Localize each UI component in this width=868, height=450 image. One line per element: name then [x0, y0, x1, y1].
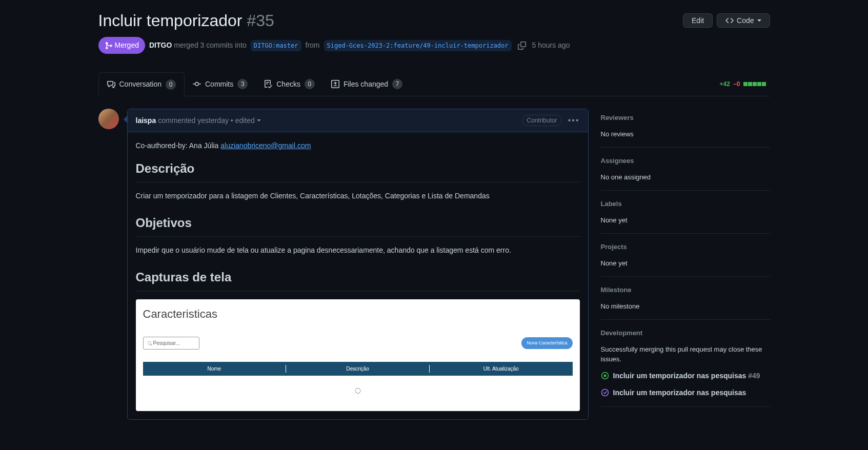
merge-icon [105, 42, 113, 50]
screenshot-search: Pesquisar... [143, 337, 199, 350]
tab-conversation-label: Conversation [119, 79, 162, 90]
pr-title: Incluir temporizador [98, 11, 243, 30]
merged-text: merged 3 commits into [174, 41, 247, 49]
tab-files-label: Files changed [344, 79, 388, 90]
screenshot-title: Caracteristicas [143, 305, 573, 322]
sidebar-projects-value: None yet [601, 258, 770, 269]
sidebar-assignees-title: Assignees [601, 156, 770, 166]
sidebar-assignees-value: No one assigned [601, 172, 770, 182]
merge-author[interactable]: DITGO [149, 41, 172, 49]
comment-discussion-icon [107, 80, 115, 89]
code-label: Code [737, 16, 754, 25]
copy-icon[interactable] [516, 42, 528, 50]
heading-screenshots: Capturas de tela [136, 268, 580, 291]
search-icon [148, 341, 152, 345]
linked-issue[interactable]: Incluir um temporizador nas pesquisas [601, 387, 770, 398]
sidebar-projects[interactable]: Projects None yet [601, 234, 770, 277]
edit-button[interactable]: Edit [683, 13, 713, 28]
tab-conversation[interactable]: Conversation 0 [98, 72, 185, 96]
sidebar-labels-title: Labels [601, 199, 770, 209]
diff-additions: +42 [719, 79, 730, 89]
pr-number: #35 [247, 11, 274, 30]
tab-files[interactable]: Files changed 7 [323, 72, 411, 96]
sidebar-development: Development Successfully merging this pu… [601, 320, 770, 407]
head-branch[interactable]: Siged-Gces-2023-2:feature/49-incluir-tem… [324, 40, 512, 51]
diff-bars [743, 82, 766, 86]
file-diff-icon [331, 80, 339, 88]
comment-box: laispa commented yesterday • edited Cont… [127, 109, 589, 420]
sidebar-milestone[interactable]: Milestone No milestone [601, 277, 770, 320]
svg-point-2 [601, 390, 608, 396]
diff-deletions: −0 [733, 79, 740, 89]
merge-time: 5 hours ago [532, 40, 570, 51]
chevron-down-icon [757, 18, 761, 23]
sidebar-development-desc: Successfully merging this pull request m… [601, 344, 770, 364]
spinner-icon: ◌ [143, 376, 573, 405]
sidebar-labels[interactable]: Labels None yet [601, 191, 770, 234]
screenshot-col-desc: Descrição [286, 365, 430, 373]
issue-closed-icon [601, 388, 609, 397]
comment-meta: commented yesterday • edited [158, 115, 255, 126]
state-label: Merged [115, 40, 139, 51]
tab-commits[interactable]: Commits 3 [185, 72, 256, 96]
edit-label: Edit [692, 16, 704, 25]
tab-files-count: 7 [392, 79, 402, 89]
screenshot-col-name: Nome [143, 365, 287, 373]
from-text: from [306, 40, 320, 51]
page-title: Incluir temporizador #35 [98, 8, 274, 33]
tab-checks-count: 0 [305, 79, 315, 89]
avatar[interactable] [98, 109, 119, 129]
diff-stat[interactable]: +42 −0 [719, 79, 770, 89]
linked-issue-title: Incluir um temporizador nas pesquisas [613, 387, 746, 398]
code-button[interactable]: Code [717, 13, 770, 28]
tab-checks-label: Checks [276, 79, 300, 90]
sidebar-labels-value: None yet [601, 215, 770, 226]
checklist-icon [264, 80, 272, 88]
screenshot-col-updated: Ult. Atualização [430, 365, 573, 373]
heading-objectives: Objetivos [136, 214, 580, 237]
coauthor-line: Co-authored-by: Ana Júlia aluzianobricen… [136, 140, 580, 151]
linked-issue-title: Incluir um temporizador nas pesquisas #4… [613, 371, 760, 381]
sidebar-development-title: Development [601, 328, 770, 338]
issue-open-icon [601, 372, 609, 380]
tab-checks[interactable]: Checks 0 [256, 72, 323, 96]
screenshot-new-button: Nova Característica [521, 337, 572, 349]
sidebar-milestone-value: No milestone [601, 301, 770, 312]
state-badge: Merged [98, 37, 145, 54]
tab-commits-label: Commits [205, 79, 233, 90]
sidebar-assignees[interactable]: Assignees No one assigned [601, 148, 770, 191]
coauthor-prefix: Co-authored-by: Ana Júlia [136, 141, 221, 150]
body-objectives: Impedir que o usuário mude de tela ou at… [136, 245, 580, 256]
sidebar-reviewers[interactable]: Reviewers No reviews [601, 109, 770, 148]
sidebar-reviewers-value: No reviews [601, 129, 770, 139]
linked-issue[interactable]: Incluir um temporizador nas pesquisas #4… [601, 371, 770, 381]
contributor-badge: Contributor [522, 115, 561, 126]
base-branch[interactable]: DITGO:master [251, 40, 301, 51]
sidebar-projects-title: Projects [601, 242, 770, 252]
chevron-down-icon[interactable] [257, 118, 261, 122]
tab-commits-count: 3 [237, 79, 248, 89]
git-commit-icon [193, 80, 201, 88]
svg-point-1 [603, 375, 606, 377]
screenshot-search-placeholder: Pesquisar... [153, 339, 180, 347]
sidebar-reviewers-title: Reviewers [601, 113, 770, 123]
code-icon [725, 16, 734, 25]
kebab-icon[interactable]: ••• [568, 114, 580, 127]
body-description: Criar um temporizador para a listagem de… [136, 191, 580, 201]
tab-conversation-count: 0 [166, 79, 176, 90]
heading-description: Descrição [136, 159, 580, 182]
merge-meta: DITGO merged 3 commits into [149, 40, 247, 51]
sidebar-milestone-title: Milestone [601, 285, 770, 295]
coauthor-email[interactable]: aluzianobriceno@gmail.com [220, 141, 311, 150]
screenshot-image: Caracteristicas Pesquisar... Nova Caract… [136, 299, 580, 411]
comment-author[interactable]: laispa [136, 115, 156, 126]
